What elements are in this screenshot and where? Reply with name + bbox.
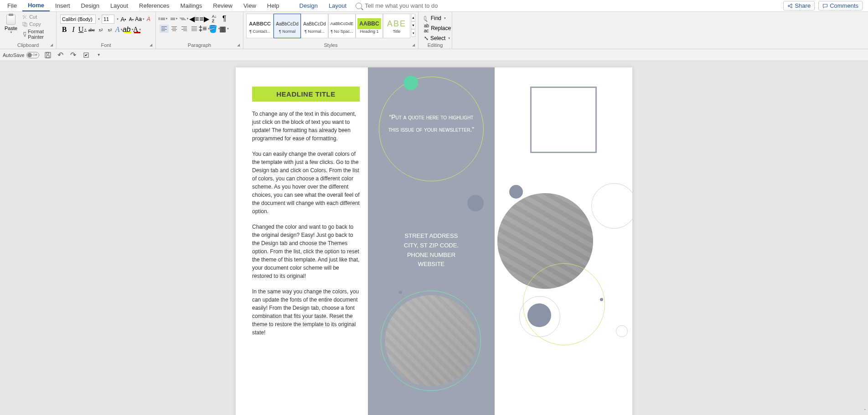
group-editing: Find ▼ abac Replace ⤡ Select ▼ Editing xyxy=(418,12,452,49)
tab-mailings[interactable]: Mailings xyxy=(175,0,208,11)
column-1[interactable]: HEADLINE TITLE To change any of the text… xyxy=(236,67,368,415)
bullets-button[interactable]: ▼ xyxy=(160,15,169,23)
tab-design[interactable]: Design xyxy=(76,0,105,11)
style-preview: AaBbCcDd xyxy=(276,18,298,29)
redo-button[interactable]: ↷ xyxy=(69,51,78,59)
show-marks-button[interactable]: ¶ xyxy=(220,15,229,23)
format-painter-button[interactable]: Format Painter xyxy=(21,28,53,40)
column-2[interactable]: “Put a quote here to highlight this issu… xyxy=(368,67,495,415)
clipboard-dialog-launcher[interactable]: ◢ xyxy=(50,43,55,47)
tab-review[interactable]: Review xyxy=(207,0,238,11)
text-effects-button[interactable]: A▼ xyxy=(115,26,123,34)
tab-context-layout[interactable]: Layout xyxy=(323,0,352,11)
collapse-ribbon-button[interactable]: ˄ xyxy=(864,409,866,413)
body-paragraph[interactable]: In the same way you change the colors, y… xyxy=(252,287,360,337)
svg-rect-3 xyxy=(46,56,49,58)
subscript-button[interactable]: x2 xyxy=(97,26,105,34)
superscript-button[interactable]: x2 xyxy=(106,26,114,34)
numbering-button[interactable]: ▼ xyxy=(170,15,179,23)
justify-button[interactable] xyxy=(190,25,199,33)
styles-dialog-launcher[interactable]: ◢ xyxy=(412,43,417,47)
decrease-indent-button[interactable]: ◀≡ xyxy=(190,15,199,23)
tab-references[interactable]: References xyxy=(134,0,175,11)
font-color-button[interactable]: A▼ xyxy=(133,26,141,34)
font-name-input[interactable] xyxy=(60,15,96,24)
quick-print-button[interactable] xyxy=(82,51,90,59)
borders-button[interactable]: ▦▼ xyxy=(220,25,229,33)
share-label: Share xyxy=(795,2,811,9)
toggle-switch[interactable]: Off xyxy=(26,52,39,58)
tab-home[interactable]: Home xyxy=(22,0,50,11)
change-case-button[interactable]: Aa▼ xyxy=(136,15,144,23)
italic-button[interactable]: I xyxy=(69,26,78,34)
style-title[interactable]: ABETitle xyxy=(383,14,410,38)
decorative-circle xyxy=(403,76,418,90)
body-paragraph[interactable]: To change any of the text in this docume… xyxy=(252,110,360,143)
font-size-input[interactable] xyxy=(102,15,114,24)
address-block[interactable]: STREET ADDRESS CITY, ST ZIP CODE. PHONE … xyxy=(368,231,495,269)
svg-rect-4 xyxy=(46,52,49,54)
headline-title[interactable]: HEADLINE TITLE xyxy=(252,87,360,102)
style-name: ¶ No Spac... xyxy=(329,29,355,34)
search-input[interactable] xyxy=(365,2,456,9)
cut-button[interactable]: Cut xyxy=(21,14,53,20)
style-nospac[interactable]: AaBbCcDdE¶ No Spac... xyxy=(328,14,356,38)
bold-button[interactable]: B xyxy=(60,26,68,34)
style-contact[interactable]: AABBCC¶ Contact... xyxy=(246,14,274,38)
tell-me-search[interactable] xyxy=(356,2,456,9)
tab-file[interactable]: File xyxy=(2,0,22,11)
column-3[interactable] xyxy=(495,67,632,415)
body-paragraph[interactable]: You can easily change the overall colors… xyxy=(252,150,360,215)
tab-insert[interactable]: Insert xyxy=(50,0,76,11)
find-button[interactable]: Find ▼ xyxy=(424,15,446,22)
tab-view[interactable]: View xyxy=(238,0,262,11)
document-canvas[interactable]: HEADLINE TITLE To change any of the text… xyxy=(0,61,868,415)
tab-help[interactable]: Help xyxy=(262,0,285,11)
paragraph-dialog-launcher[interactable]: ◢ xyxy=(237,43,242,47)
select-button[interactable]: ⤡ Select ▼ xyxy=(424,35,446,42)
group-clipboard: Paste ▼ Cut Copy Format Painter Clipboar… xyxy=(0,12,57,49)
style-normal[interactable]: AaBbCcDd¶ Normal... xyxy=(301,14,328,38)
image-frame[interactable] xyxy=(530,87,597,153)
font-dialog-launcher[interactable]: ◢ xyxy=(150,43,154,47)
chevron-down-icon[interactable]: ▼ xyxy=(98,18,100,20)
autosave-toggle[interactable]: AutoSave Off xyxy=(3,52,39,58)
placeholder-image[interactable] xyxy=(385,295,476,386)
share-button[interactable]: Share xyxy=(783,1,815,10)
increase-indent-button[interactable]: ≡▶ xyxy=(200,15,209,23)
underline-button[interactable]: U▼ xyxy=(78,26,87,34)
highlight-button[interactable]: ab▼ xyxy=(124,26,132,34)
multilevel-button[interactable]: ▼ xyxy=(180,15,189,23)
page[interactable]: HEADLINE TITLE To change any of the text… xyxy=(236,67,632,415)
chevron-down-icon: ▼ xyxy=(10,31,13,34)
align-left-button[interactable] xyxy=(160,25,169,33)
save-button[interactable] xyxy=(44,51,52,59)
undo-button[interactable]: ↶ xyxy=(57,51,65,59)
shrink-font-button[interactable]: A▾ xyxy=(128,15,134,23)
group-font: ▼ ▼ A▴ A▾ Aa▼ A B I U▼ abc x2 x2 A▼ ab▼ … xyxy=(57,12,156,49)
styles-scroll-down[interactable]: ▼ xyxy=(411,21,415,29)
copy-button[interactable]: Copy xyxy=(21,21,53,27)
quote-text[interactable]: “Put a quote here to highlight this issu… xyxy=(388,111,475,135)
clear-formatting-button[interactable]: A xyxy=(145,15,152,23)
style-heading1[interactable]: AABBCHeading 1 xyxy=(356,14,383,38)
decorative-circle-outline xyxy=(616,325,628,337)
styles-expand[interactable]: ▾ xyxy=(411,29,415,37)
comments-button[interactable]: Comments xyxy=(818,1,863,10)
tab-layout[interactable]: Layout xyxy=(105,0,134,11)
align-right-button[interactable] xyxy=(180,25,189,33)
sort-button[interactable]: A↓Z xyxy=(210,15,219,23)
qat-customize-button[interactable]: ▼ xyxy=(95,51,103,59)
shading-button[interactable]: 🪣▼ xyxy=(210,25,219,33)
body-paragraph[interactable]: Changed the color and want to go back to… xyxy=(252,223,360,280)
style-normal[interactable]: AaBbCcDd¶ Normal xyxy=(274,14,301,38)
grow-font-button[interactable]: A▴ xyxy=(120,15,127,23)
strikethrough-button[interactable]: abc xyxy=(88,26,96,34)
tab-context-design[interactable]: Design xyxy=(294,0,323,11)
chevron-down-icon[interactable]: ▼ xyxy=(116,18,119,20)
replace-button[interactable]: abac Replace xyxy=(424,23,446,34)
line-spacing-button[interactable]: ‡≡▼ xyxy=(200,25,209,33)
font-group-label: Font xyxy=(57,42,155,48)
styles-scroll-up[interactable]: ▲ xyxy=(411,14,415,21)
align-center-button[interactable] xyxy=(170,25,179,33)
